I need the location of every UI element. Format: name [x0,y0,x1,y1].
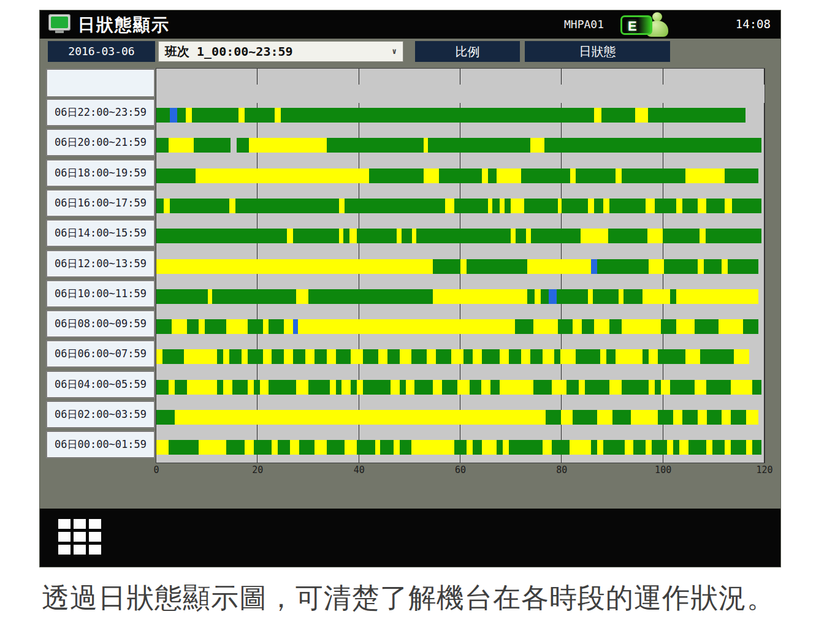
ratio-button[interactable]: 比例 [415,41,520,62]
status-segment-running-green [245,108,275,123]
grid-tick [460,69,460,85]
status-segment-running-green [609,199,646,213]
status-segment-idle-yellow [719,319,743,334]
status-segment-running-green [336,380,342,395]
status-segment-running-green [609,319,622,334]
status-segment-running-green [482,349,500,364]
status-segment-idle-yellow [649,259,664,274]
caption-text: 透過日狀態顯示圖，可清楚了解機台在各時段的運作狀況。 [42,580,784,616]
status-segment-running-green [658,410,673,425]
status-segment-running-green [400,440,412,455]
status-segment-idle-yellow [467,440,473,455]
status-segment-running-green [670,380,695,395]
status-segment-idle-yellow [511,199,524,213]
status-segment-idle-yellow [698,259,704,274]
grid-tick [359,69,359,85]
status-segment-idle-yellow [284,319,293,334]
clock: 14:08 [736,17,771,31]
row-label-header [46,69,155,97]
status-segment-running-green [269,380,296,395]
status-segment-running-green [433,259,460,274]
status-segment-running-green [411,349,427,364]
status-segment-running-green [212,289,296,304]
user-badge[interactable]: E [620,12,676,38]
status-segment-idle-yellow [223,349,229,364]
status-segment-running-green [652,440,667,455]
status-segment-running-green [416,229,511,243]
status-segment-idle-yellow [500,380,533,395]
status-segment-idle-yellow [156,349,162,364]
status-segment-running-green [505,199,511,213]
status-segment-idle-yellow [349,229,357,243]
status-segment-running-green [622,169,685,183]
status-segment-running-green [156,199,164,213]
status-segment-running-green [380,440,394,455]
status-segment-idle-yellow [245,440,254,455]
status-segment-idle-yellow [433,289,527,304]
status-segment-running-green [664,259,698,274]
menu-grid-icon[interactable] [58,519,105,557]
status-segment-running-green [576,169,615,183]
date-button[interactable]: 2016-03-06 [48,41,155,62]
status-segment-alarm-blue [293,319,298,334]
status-segment-running-green [524,199,558,213]
status-segment-running-green [552,440,570,455]
status-segment-idle-yellow [497,169,521,183]
status-segment-idle-yellow [406,380,415,395]
status-segment-running-green [156,319,172,334]
status-segment-running-green [582,319,594,334]
status-segment-idle-yellow [186,108,193,123]
row-label: 06日12:00~13:59 [46,250,155,278]
status-segment-running-green [232,380,248,395]
status-segment-idle-yellow [238,108,245,123]
status-segment-idle-yellow [327,349,336,364]
status-segment-idle-yellow [527,259,591,274]
status-segment-idle-yellow [588,199,594,213]
status-segment-running-green [728,259,758,274]
status-segment-running-green [597,259,649,274]
status-segment-idle-yellow [597,440,603,455]
status-segment-idle-yellow [746,440,752,455]
status-segment-running-green [731,440,746,455]
status-segment-idle-yellow [643,289,670,304]
status-segment-running-green [622,380,649,395]
e-badge-icon: E [620,15,652,35]
status-segment-running-green [601,108,635,123]
status-bar-row [156,349,765,364]
row-label: 06日00:00~01:59 [46,431,155,458]
status-segment-idle-yellow [424,138,428,153]
status-segment-idle-yellow [400,349,412,364]
x-axis-tick-label: 100 [655,464,671,475]
row-label: 06日22:00~23:59 [46,99,155,126]
day-status-button[interactable]: 日狀態 [525,41,670,62]
status-segment-idle-yellow [391,380,400,395]
status-segment-running-green [606,349,616,364]
status-segment-idle-yellow [164,199,170,213]
status-segment-running-green [527,289,535,304]
grid-line [561,103,562,463]
status-bar-row [156,108,765,123]
status-segment-idle-yellow [676,319,695,334]
status-segment-running-green [557,289,589,304]
x-axis-tick-label: 0 [153,464,159,475]
status-segment-running-green [633,440,646,455]
shift-select[interactable]: 班次 1_00:00~23:59 ∨ [158,41,403,62]
status-segment-no-data-gray [231,138,237,153]
grid-line [764,103,765,463]
status-segment-running-green [351,380,357,395]
status-segment-idle-yellow [242,349,248,364]
status-segment-running-green [648,108,745,123]
status-segment-idle-yellow [305,349,315,364]
status-segment-idle-yellow [706,440,712,455]
status-segment-running-green [623,289,643,304]
monitor-icon [48,14,73,34]
status-segment-running-green [725,169,758,183]
status-segment-running-green [558,319,573,334]
status-segment-running-green [442,380,457,395]
status-segment-idle-yellow [698,199,707,213]
status-segment-running-green [170,199,229,213]
status-segment-idle-yellow [526,229,531,243]
status-segment-idle-yellow [560,349,576,364]
status-segment-running-green [591,440,597,455]
status-segment-idle-yellow [263,349,272,364]
